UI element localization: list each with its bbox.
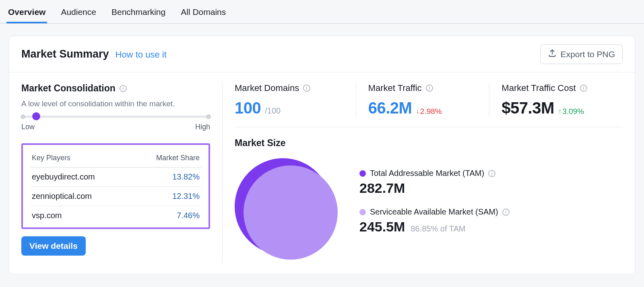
- metric-title-label: Market Traffic Cost: [502, 83, 576, 93]
- view-details-button[interactable]: View details: [21, 236, 86, 256]
- key-players-table: Key Players Market Share eyebuydirect.co…: [21, 143, 210, 229]
- export-button-label: Export to PNG: [561, 50, 615, 59]
- info-icon[interactable]: i: [120, 85, 127, 92]
- info-icon[interactable]: i: [426, 85, 433, 92]
- nav-tabs: Overview Audience Benchmarking All Domai…: [0, 0, 644, 24]
- arrow-up-icon: ↑: [558, 107, 562, 116]
- legend-item-tam: Total Addressable Market (TAM) i 282.7M: [359, 169, 510, 196]
- legend-label: Total Addressable Market (TAM): [370, 169, 484, 178]
- table-row: vsp.com 7.46%: [30, 206, 201, 225]
- player-domain[interactable]: vsp.com: [32, 211, 62, 220]
- market-summary-card: Market Summary How to use it Export to P…: [9, 36, 635, 275]
- metric-cost-delta: ↑3.09%: [558, 107, 584, 116]
- slider-label-low: Low: [21, 123, 35, 131]
- how-to-use-link[interactable]: How to use it: [116, 50, 167, 60]
- slider-label-high: High: [195, 123, 210, 131]
- page-title: Market Summary: [21, 48, 109, 60]
- metric-market-domains: Market Domains i 100/100: [235, 83, 356, 117]
- metric-title-label: Market Domains: [235, 83, 299, 93]
- consolidation-slider: Low High: [21, 116, 210, 131]
- consolidation-description: A low level of consolidation within the …: [21, 99, 210, 108]
- slider-end-high: [206, 114, 211, 119]
- arrow-down-icon: ↓: [416, 107, 419, 116]
- info-icon[interactable]: i: [580, 85, 587, 92]
- tab-all-domains[interactable]: All Domains: [179, 4, 227, 23]
- metrics-row: Market Domains i 100/100 Market Traffic …: [235, 83, 623, 127]
- tab-benchmarking[interactable]: Benchmarking: [110, 4, 167, 23]
- player-domain[interactable]: eyebuydirect.com: [32, 172, 95, 182]
- col-key-players: Key Players: [32, 154, 70, 162]
- col-market-share: Market Share: [156, 154, 200, 162]
- legend-dot-sam: [359, 209, 366, 215]
- sam-circle: [244, 165, 338, 260]
- metric-market-traffic: Market Traffic i 66.2M ↓2.98%: [356, 83, 489, 117]
- metric-traffic-value: 66.2M: [368, 99, 412, 117]
- sam-pct-of-tam: 86.85% of TAM: [411, 224, 465, 233]
- market-consolidation-section: Market Consolidation i A low level of co…: [21, 83, 223, 263]
- tab-overview[interactable]: Overview: [6, 4, 47, 23]
- metric-domains-value: 100: [235, 99, 261, 117]
- player-domain[interactable]: zennioptical.com: [32, 192, 92, 201]
- market-size-chart: [235, 158, 339, 263]
- metric-market-traffic-cost: Market Traffic Cost i $57.3M ↑3.09%: [489, 83, 623, 117]
- table-row: eyebuydirect.com 13.82%: [30, 167, 201, 187]
- slider-position-dot: [32, 112, 40, 120]
- slider-end-low: [21, 114, 25, 119]
- export-icon: [548, 49, 557, 60]
- right-column: Market Domains i 100/100 Market Traffic …: [223, 83, 623, 263]
- export-png-button[interactable]: Export to PNG: [540, 44, 623, 64]
- metric-domains-suffix: /100: [265, 106, 281, 116]
- player-share: 13.82%: [172, 172, 200, 182]
- market-consolidation-title: Market Consolidation: [21, 83, 116, 94]
- player-share: 12.31%: [172, 192, 200, 201]
- market-size-title: Market Size: [235, 138, 623, 149]
- tam-value: 282.7M: [359, 180, 405, 196]
- market-size-legend: Total Addressable Market (TAM) i 282.7M …: [359, 169, 510, 263]
- legend-dot-tam: [359, 170, 366, 177]
- sam-value: 245.5M: [359, 219, 405, 235]
- info-icon[interactable]: i: [488, 170, 495, 177]
- table-row: zennioptical.com 12.31%: [30, 187, 201, 206]
- metric-traffic-delta: ↓2.98%: [416, 107, 442, 116]
- tab-audience[interactable]: Audience: [59, 4, 98, 23]
- legend-label: Serviceable Available Market (SAM): [370, 207, 498, 217]
- info-icon[interactable]: i: [303, 85, 310, 92]
- legend-item-sam: Serviceable Available Market (SAM) i 245…: [359, 207, 510, 235]
- card-header: Market Summary How to use it Export to P…: [9, 36, 635, 72]
- player-share: 7.46%: [177, 211, 200, 220]
- metric-title-label: Market Traffic: [368, 83, 422, 93]
- market-size-section: Total Addressable Market (TAM) i 282.7M …: [235, 161, 623, 263]
- info-icon[interactable]: i: [502, 209, 510, 216]
- metric-cost-value: $57.3M: [502, 99, 554, 117]
